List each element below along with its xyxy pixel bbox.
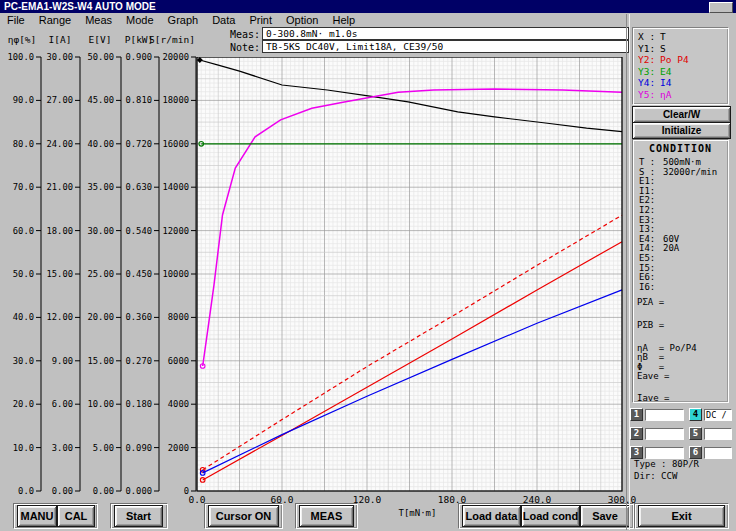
legend-row-x: X :T bbox=[638, 31, 728, 43]
axis-tick-label: 30.00 bbox=[88, 226, 114, 236]
axis-tick-label: 0.540 bbox=[126, 226, 152, 236]
channel-field-3[interactable] bbox=[645, 447, 684, 459]
note-field[interactable]: TB-5KS DC40V, Limit18A, CE39/50 bbox=[262, 40, 629, 53]
legend-row-y5: Y5:ηA bbox=[638, 89, 728, 101]
menu-item-mode[interactable]: Mode bbox=[119, 14, 161, 26]
axis-tick-label: 0.000 bbox=[126, 486, 152, 496]
load-cond-button[interactable]: Load cond bbox=[521, 505, 580, 527]
channel-chip-3[interactable]: 3 bbox=[630, 446, 643, 459]
initialize-button[interactable]: Initialize bbox=[632, 122, 731, 139]
load-data-button[interactable]: Load data bbox=[462, 505, 521, 527]
menu-item-print[interactable]: Print bbox=[242, 14, 279, 26]
meas-field[interactable]: 0-300.8mN· m1.0s bbox=[262, 27, 629, 40]
menu-item-data[interactable]: Data bbox=[205, 14, 242, 26]
axis-tick-label: 4000 bbox=[168, 399, 189, 409]
axis-tick-label: 10000 bbox=[163, 269, 189, 279]
axis-tick-label: 20.00 bbox=[88, 312, 114, 322]
axis-tick-label: 24.00 bbox=[47, 139, 73, 149]
channel-field-1[interactable] bbox=[645, 409, 684, 421]
axis-tick-label: 6.00 bbox=[52, 399, 73, 409]
channel-field-2[interactable] bbox=[645, 428, 684, 440]
axis-tick-label: 70.0 bbox=[13, 182, 34, 192]
channel-chip-4[interactable]: 4 bbox=[689, 408, 702, 421]
axis-tick-label: 0.270 bbox=[126, 356, 152, 366]
axis-tick-label: 60.0 bbox=[13, 226, 34, 236]
axis-tick-label: 35.00 bbox=[88, 182, 114, 192]
axis-tick-label: 0.810 bbox=[126, 95, 152, 105]
axis-tick-label: 0.360 bbox=[126, 312, 152, 322]
axis-tick-label: 0 bbox=[184, 486, 189, 496]
exit-button[interactable]: Exit bbox=[638, 505, 725, 527]
channel-chip-2[interactable]: 2 bbox=[630, 427, 643, 440]
x-axis-title: T[mN·m] bbox=[399, 508, 437, 518]
axis-tick-label: 20000 bbox=[163, 52, 189, 62]
window-control-button[interactable] bbox=[709, 2, 733, 13]
axis-tick-label: 0.090 bbox=[126, 443, 152, 453]
axis-tick-label: 0.630 bbox=[126, 182, 152, 192]
clear-w-button[interactable]: Clear/W bbox=[632, 106, 731, 123]
axis-title-pct: ηφ[%] bbox=[8, 34, 37, 45]
start-button[interactable]: Start bbox=[114, 505, 163, 527]
legend-row-y2: Y2:Po P4 bbox=[638, 54, 728, 66]
axis-tick-label: 9.00 bbox=[52, 356, 73, 366]
condition-param: I6: bbox=[639, 283, 728, 293]
channel-chip-6[interactable]: 6 bbox=[689, 446, 702, 459]
chart-canvas[interactable]: 0.060.0120.0180.0240.0300.0T[mN·m] bbox=[180, 57, 645, 519]
axis-tick-label: 12.00 bbox=[47, 312, 73, 322]
cal-button[interactable]: CAL bbox=[57, 505, 95, 527]
axis-tick-label: 80.0 bbox=[13, 139, 34, 149]
axis-tick-label: 90.0 bbox=[13, 95, 34, 105]
condition-results: PΣA =PΣB =ηA = Po/P4ηB =Φ =Eave =Iave = bbox=[637, 298, 728, 403]
condition-result: PΣA = bbox=[637, 298, 728, 308]
axis-tick-label: 0.0 bbox=[18, 486, 34, 496]
axis-title-E: E[V] bbox=[89, 34, 112, 45]
axis-tick-label: 0.00 bbox=[52, 486, 73, 496]
channel-chip-1[interactable]: 1 bbox=[630, 408, 643, 421]
axis-tick-label: 0.450 bbox=[126, 269, 152, 279]
save-button[interactable]: Save bbox=[580, 505, 630, 527]
menu-item-graph[interactable]: Graph bbox=[161, 14, 206, 26]
axis-tick-label: 0.180 bbox=[126, 399, 152, 409]
axis-tick-label: 0.900 bbox=[126, 52, 152, 62]
series-Po bbox=[203, 242, 622, 480]
menu-item-meas[interactable]: Meas bbox=[78, 14, 119, 26]
channel-field-5[interactable] bbox=[704, 428, 732, 440]
series-S bbox=[200, 60, 622, 132]
meas-button[interactable]: MEAS bbox=[299, 505, 354, 527]
app-window: PC-EMA1-W2S-W4 AUTO MODE FileRangeMeasMo… bbox=[0, 0, 736, 531]
condition-title: CONDITION bbox=[633, 143, 728, 154]
channel-assignments: 14DC / P2536 bbox=[630, 408, 732, 465]
axis-tick-label: 10.00 bbox=[88, 399, 114, 409]
axis-tick-label: 40.00 bbox=[88, 139, 114, 149]
condition-result: PΣB = bbox=[637, 321, 728, 331]
axis-tick-label: 16000 bbox=[163, 139, 189, 149]
channel-field-4[interactable]: DC / P bbox=[704, 409, 732, 421]
menu-item-range[interactable]: Range bbox=[32, 14, 78, 26]
channel-field-6[interactable] bbox=[704, 447, 732, 459]
axis-tick-label: 45.00 bbox=[88, 95, 114, 105]
axis-tick-label: 100.0 bbox=[8, 52, 34, 62]
axis-tick-label: 21.00 bbox=[47, 182, 73, 192]
menu-item-help[interactable]: Help bbox=[325, 14, 362, 26]
axis-tick-label: 20.0 bbox=[13, 399, 34, 409]
title-bar: PC-EMA1-W2S-W4 AUTO MODE bbox=[0, 0, 736, 13]
axis-tick-label: 30.0 bbox=[13, 356, 34, 366]
axis-tick-label: 50.00 bbox=[88, 52, 114, 62]
legend-row-y3: Y3:E4 bbox=[638, 66, 728, 78]
axis-tick-label: 15.00 bbox=[88, 356, 114, 366]
axis-legend: X :TY1:SY2:Po P4Y3:E4Y4:I4Y5:ηA bbox=[632, 27, 729, 105]
axis-tick-label: 5.00 bbox=[93, 443, 114, 453]
cursor-on-button[interactable]: Cursor ON bbox=[208, 505, 279, 527]
menu-item-file[interactable]: File bbox=[0, 14, 32, 26]
axis-tick-label: 2000 bbox=[168, 443, 189, 453]
manu-button[interactable]: MANU bbox=[17, 505, 57, 527]
legend-row-y1: Y1:S bbox=[638, 43, 728, 55]
axis-tick-label: 12000 bbox=[163, 226, 189, 236]
axis-tick-label: 25.00 bbox=[88, 269, 114, 279]
axis-tick-label: 30.00 bbox=[47, 52, 73, 62]
legend-row-y4: Y4:I4 bbox=[638, 77, 728, 89]
series-A bbox=[203, 89, 622, 366]
axis-tick-label: 18000 bbox=[163, 95, 189, 105]
menu-item-option[interactable]: Option bbox=[279, 14, 325, 26]
channel-chip-5[interactable]: 5 bbox=[689, 427, 702, 440]
